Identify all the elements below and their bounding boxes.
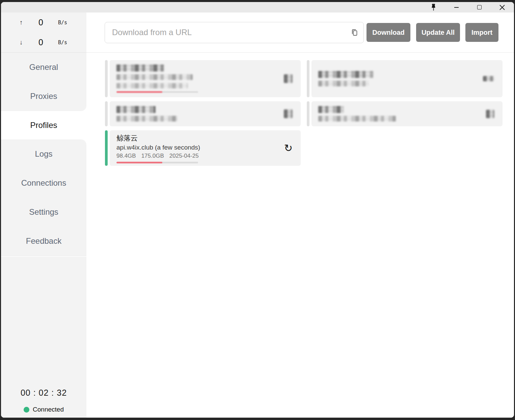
sidebar-menu-bottom: Logs Connections Settings Feedback: [1, 139, 86, 256]
window-frame: ↑ 0 B/s ↓ 0 B/s General Proxies Profiles: [0, 0, 515, 420]
app-window: ↑ 0 B/s ↓ 0 B/s General Proxies Profiles: [1, 2, 514, 418]
sidebar-item-feedback[interactable]: Feedback: [1, 227, 86, 256]
minimize-icon: [454, 7, 459, 8]
upload-value: 0: [27, 18, 43, 27]
refresh-icon[interactable]: [284, 109, 293, 118]
redacted-profile-meta: [116, 74, 193, 80]
redacted-profile-name: [116, 64, 164, 72]
profile-card-active[interactable]: 鲸落云 api.w4ix.club (a few seconds) 98.4GB…: [105, 130, 301, 166]
profile-used: 98.4GB: [116, 152, 136, 160]
upload-speed: ↑ 0 B/s: [1, 12, 86, 32]
minimize-button[interactable]: [451, 3, 461, 12]
redacted-profile-name: [318, 106, 344, 113]
profile-name: 鲸落云: [116, 133, 284, 143]
profile-card-redacted-4[interactable]: [307, 101, 503, 126]
download-button[interactable]: Download: [367, 23, 410, 42]
more-options-icon[interactable]: [483, 76, 494, 81]
close-icon: [499, 5, 505, 10]
sidebar: ↑ 0 B/s ↓ 0 B/s General Proxies Profiles: [1, 12, 86, 418]
sidebar-menu-top: General Proxies: [1, 53, 86, 111]
profile-active-bar: [105, 60, 108, 97]
sidebar-item-settings[interactable]: Settings: [1, 198, 86, 227]
profiles-toolbar: Download Update All Import: [86, 12, 514, 52]
maximize-icon: [477, 5, 482, 9]
status-dot-icon: [24, 407, 29, 413]
sidebar-item-proxies[interactable]: Proxies: [1, 82, 86, 111]
traffic-progress-bar: [116, 162, 198, 163]
traffic-panel: ↑ 0 B/s ↓ 0 B/s: [1, 12, 86, 52]
profile-active-bar: [307, 60, 309, 97]
import-button[interactable]: Import: [465, 23, 498, 42]
redacted-profile-name: [318, 71, 373, 78]
profile-card-redacted-3[interactable]: [105, 101, 301, 126]
sidebar-footer: 00 : 02 : 32 Connected: [1, 257, 86, 418]
status-label: Connected: [33, 406, 64, 413]
sidebar-item-connections[interactable]: Connections: [1, 168, 86, 198]
traffic-progress-fill: [116, 91, 162, 93]
upload-unit: B/s: [58, 20, 67, 26]
sidebar-item-general[interactable]: General: [1, 53, 86, 82]
refresh-icon[interactable]: [284, 74, 293, 83]
redacted-profile-meta: [116, 116, 178, 122]
sidebar-item-profiles[interactable]: Profiles: [1, 111, 86, 139]
upload-arrow-icon: ↑: [20, 19, 27, 26]
traffic-progress-fill: [116, 162, 162, 163]
profile-total: 175.0GB: [141, 152, 164, 160]
profile-card-redacted-text: [318, 106, 486, 122]
profiles-content: 鲸落云 api.w4ix.club (a few seconds) 98.4GB…: [86, 53, 514, 418]
download-unit: B/s: [58, 40, 67, 46]
profile-card-redacted-2[interactable]: [307, 60, 503, 97]
profile-card-redacted-1[interactable]: [105, 60, 301, 97]
profile-card-redacted-text: [318, 71, 483, 86]
uptime-timer: 00 : 02 : 32: [21, 388, 67, 398]
sidebar-item-logs[interactable]: Logs: [1, 139, 86, 168]
profile-meta: api.w4ix.club (a few seconds): [116, 143, 284, 152]
update-all-button[interactable]: Update All: [416, 23, 460, 42]
profile-active-bar: [105, 101, 108, 126]
profile-cards-grid: 鲸落云 api.w4ix.club (a few seconds) 98.4GB…: [105, 60, 514, 166]
pin-button[interactable]: [428, 3, 438, 12]
refresh-icon[interactable]: ↻: [284, 143, 293, 153]
main-panel: Download Update All Import: [86, 12, 514, 418]
profile-stats: 98.4GB 175.0GB 2025-04-25: [116, 152, 284, 160]
profile-active-bar: [307, 101, 309, 126]
pushpin-icon: [431, 4, 436, 11]
download-arrow-icon: ↓: [20, 39, 27, 46]
titlebar: [1, 2, 514, 12]
url-input[interactable]: [105, 22, 364, 43]
profile-card-text: 鲸落云 api.w4ix.club (a few seconds) 98.4GB…: [116, 133, 284, 163]
download-value: 0: [27, 37, 43, 47]
download-speed: ↓ 0 B/s: [1, 32, 86, 52]
refresh-icon[interactable]: [486, 110, 494, 118]
copy-icon: [351, 29, 358, 36]
paste-from-clipboard-button[interactable]: [351, 29, 358, 36]
profile-active-bar: [105, 130, 108, 166]
traffic-progress-bar: [116, 91, 198, 93]
redacted-profile-meta: [318, 116, 396, 122]
redacted-profile-name: [116, 106, 156, 113]
connection-status: Connected: [24, 406, 64, 413]
redacted-profile-meta: [318, 81, 369, 86]
profile-expires: 2025-04-25: [169, 152, 199, 160]
profile-card-redacted-text: [116, 106, 284, 122]
maximize-button[interactable]: [474, 3, 484, 12]
close-button[interactable]: [497, 3, 507, 12]
profile-card-redacted-text: [116, 64, 284, 93]
redacted-profile-stats: [116, 83, 188, 88]
